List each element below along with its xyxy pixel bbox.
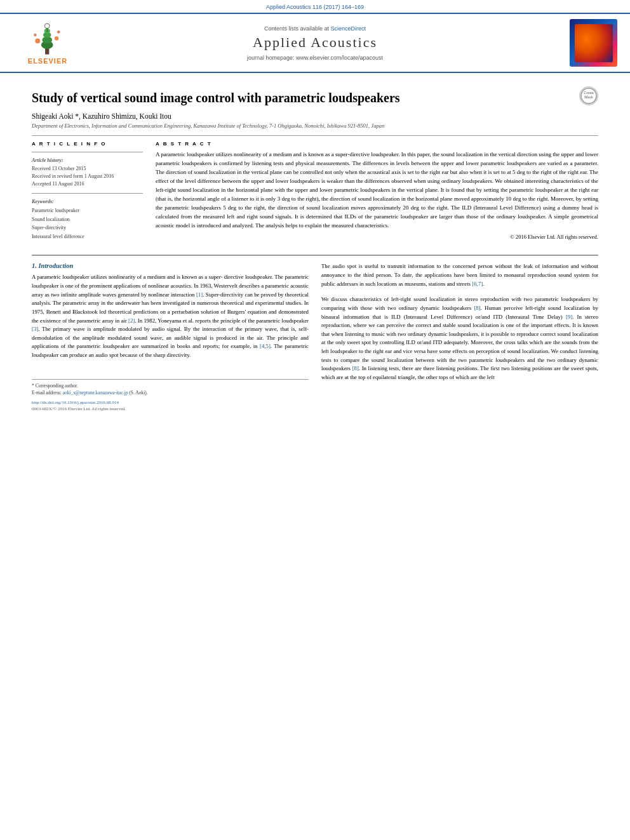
svg-rect-0 (45, 48, 49, 54)
divider-1 (32, 135, 598, 136)
ref-8b: [8] (352, 365, 359, 371)
article-history: Article history: Received 13 October 201… (32, 157, 143, 188)
footnote-section: * Corresponding author. E-mail address: … (32, 379, 309, 397)
svg-point-8 (57, 30, 60, 34)
article-main: Study of vertical sound image control wi… (0, 73, 630, 256)
body-left-text1: A parametric loudspeaker utilizes nonlin… (32, 273, 309, 359)
keywords-label: Keywords: (32, 199, 143, 204)
svg-point-6 (55, 36, 58, 40)
journal-logo (547, 19, 617, 67)
divider-ai (32, 152, 143, 152)
abstract-col: A B S T R A C T A parametric loudspeaker… (156, 141, 598, 246)
svg-point-7 (34, 34, 37, 37)
svg-point-5 (35, 39, 40, 44)
body-divider (32, 255, 598, 256)
sciencedirect-link[interactable]: ScienceDirect (331, 25, 366, 32)
article-title: Study of vertical sound image control wi… (32, 90, 579, 106)
keyword-4: Interaural level difference (32, 232, 143, 241)
ref-3: [3] (32, 326, 38, 332)
article-info-abstract: A R T I C L E I N F O Article history: R… (32, 141, 598, 246)
divider-kw (32, 193, 143, 194)
issn-footer: 0003-682X/© 2016 Elsevier Ltd. All right… (32, 406, 309, 411)
keyword-1: Parametric loudspeaker (32, 206, 143, 215)
email-footnote: E-mail address: aoki_s@neptune.kanazawa-… (32, 389, 309, 396)
journal-homepage: journal homepage: www.elsevier.com/locat… (83, 55, 547, 61)
body-right-text1: The audio spot is useful to transmit inf… (321, 262, 598, 288)
copyright: © 2016 Elsevier Ltd. All rights reserved… (156, 234, 598, 240)
received-revised-date: Received in revised form 1 August 2016 (32, 173, 143, 180)
journal-logo-inner (575, 24, 613, 62)
doi-footer: http://dx.doi.org/10.1016/j.apacoust.201… (32, 400, 309, 405)
ref-2: [2] (128, 317, 135, 324)
abstract-label: A B S T R A C T (156, 141, 598, 147)
ref-8a: [8] (474, 305, 480, 311)
keyword-3: Super-directivity (32, 223, 143, 232)
keywords-group: Keywords: Parametric loudspeaker Sound l… (32, 199, 143, 241)
article-info-col: A R T I C L E I N F O Article history: R… (32, 141, 143, 246)
authors: Shigeaki Aoki *, Kazuhiro Shimizu, Kouki… (32, 112, 598, 120)
affiliation: Department of Electronics, Information a… (32, 123, 598, 129)
journal-info-center: Contents lists available at ScienceDirec… (83, 25, 547, 61)
email-link[interactable]: aoki_s@neptune.kanazawa-itac.jp (63, 390, 128, 396)
svg-text:Mark: Mark (584, 95, 593, 99)
keywords-list: Parametric loudspeaker Sound localizatio… (32, 206, 143, 241)
received-date: Received 13 October 2015 (32, 165, 143, 173)
article-info-label: A R T I C L E I N F O (32, 141, 143, 147)
journal-header: ELSEVIER Contents lists available at Sci… (0, 13, 630, 73)
body-left-col: 1. Introduction A parametric loudspeaker… (32, 262, 309, 411)
elsevier-logo: ELSEVIER (13, 21, 83, 65)
body-content: 1. Introduction A parametric loudspeaker… (0, 262, 630, 411)
journal-reference: Applied Acoustics 116 (2017) 164–169 (0, 0, 630, 13)
journal-title: Applied Acoustics (83, 34, 547, 51)
history-label: Article history: (32, 157, 143, 163)
journal-logo-box (570, 19, 617, 67)
crossmark-badge: Cross Mark (579, 86, 598, 105)
keyword-2: Sound localization (32, 215, 143, 224)
accepted-date: Accepted 11 August 2016 (32, 180, 143, 188)
svg-point-9 (44, 23, 50, 29)
ref-4-5: [4,5] (260, 343, 271, 349)
section1-heading: 1. Introduction (32, 262, 309, 269)
body-right-text2: We discuss characteristics of left-right… (321, 295, 598, 382)
svg-text:Cross: Cross (584, 91, 594, 95)
body-right-col: The audio spot is useful to transmit inf… (321, 262, 598, 411)
sciencedirect-info: Contents lists available at ScienceDirec… (83, 25, 547, 32)
elsevier-label: ELSEVIER (28, 57, 67, 65)
corresponding-author: * Corresponding author. (32, 382, 309, 389)
ref-6-7: [6,7] (472, 281, 483, 287)
ref-1: [1] (196, 291, 203, 298)
ref-9: [9] (566, 314, 572, 320)
abstract-text: A parametric loudspeaker utilizes nonlin… (156, 150, 598, 230)
